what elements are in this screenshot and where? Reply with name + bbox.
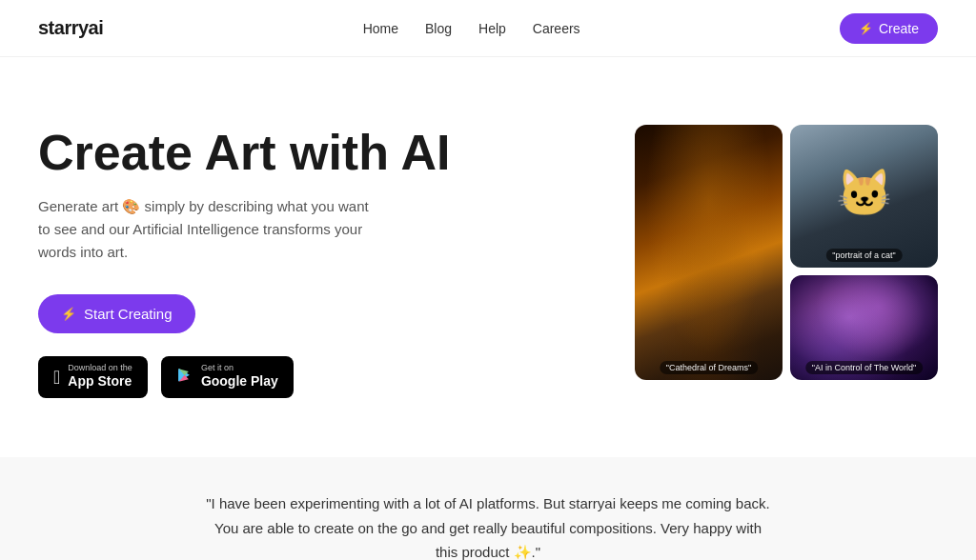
hero-section: Create Art with AI Generate art 🎨 simply… [0,57,976,429]
start-creating-label: Start Creating [84,306,173,322]
nav-links: Home Blog Help Careers [363,21,580,36]
google-play-text: Get it on Google Play [201,364,278,391]
nav-create-button[interactable]: ⚡ Create [840,13,938,44]
galaxy-label: "AI in Control of The World" [805,361,924,374]
site-logo[interactable]: starryai [38,17,103,39]
store-buttons:  Download on the App Store [38,356,450,399]
hero-left: Create Art with AI Generate art 🎨 simply… [38,126,450,399]
nav-home[interactable]: Home [363,21,398,36]
app-store-line1: Download on the [68,364,132,372]
hero-subtitle: Generate art 🎨 simply by describing what… [38,195,381,264]
nav-blog[interactable]: Blog [425,21,452,36]
testimonial-quote: "I have been experimenting with a lot of… [202,491,774,560]
art-image-galaxy: "AI in Control of The World" [790,275,938,380]
google-play-line1: Get it on [201,364,278,372]
hero-title: Create Art with AI [38,126,450,180]
create-button-label: Create [879,21,919,36]
google-play-line2: Google Play [201,372,278,391]
cat-label: "portrait of a cat" [825,249,902,262]
start-creating-button[interactable]: ⚡ Start Creating [38,294,195,333]
testimonial-section: "I have been experimenting with a lot of… [0,457,976,560]
app-store-button[interactable]:  Download on the App Store [38,356,148,399]
lightning-icon-2: ⚡ [61,307,76,321]
lightning-icon: ⚡ [859,22,873,35]
art-image-cat: "portrait of a cat" [790,125,938,268]
google-play-icon [176,367,193,389]
app-store-line2: App Store [68,372,132,391]
google-play-button[interactable]: Get it on Google Play [161,356,294,399]
hero-images: "Cathedral of Dreams" "portrait of a cat… [635,125,938,380]
art-image-cathedral: "Cathedral of Dreams" [635,125,783,380]
cathedral-label: "Cathedral of Dreams" [660,361,758,374]
app-store-text: Download on the App Store [68,364,132,391]
nav-help[interactable]: Help [478,21,506,36]
nav-careers[interactable]: Careers [533,21,580,36]
apple-icon:  [53,367,60,389]
